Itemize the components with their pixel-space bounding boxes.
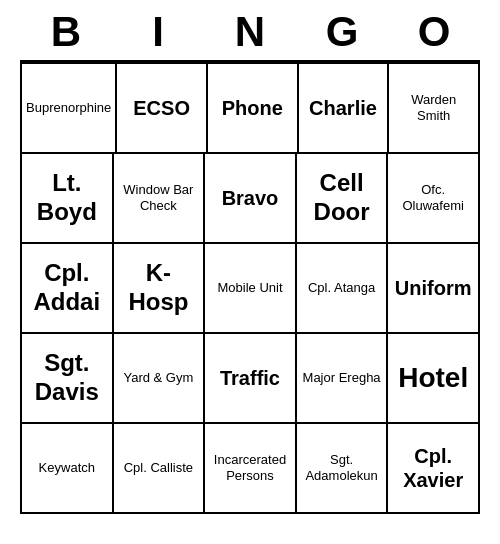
cell-r3c1: Cpl. Addai — [22, 244, 114, 332]
cell-r4c5: Hotel — [388, 334, 478, 422]
cell-r5c4: Sgt. Adamolekun — [297, 424, 389, 512]
letter-g: G — [302, 8, 382, 56]
cell-r4c4: Major Eregha — [297, 334, 389, 422]
bingo-row-3: Cpl. Addai K-Hosp Mobile Unit Cpl. Atang… — [22, 242, 478, 332]
cell-r3c3: Mobile Unit — [205, 244, 297, 332]
cell-r2c2: Window Bar Check — [114, 154, 206, 242]
letter-o: O — [394, 8, 474, 56]
cell-r5c2: Cpl. Calliste — [114, 424, 206, 512]
cell-r1c1: Buprenorphine — [22, 64, 117, 152]
bingo-row-5: Keywatch Cpl. Calliste Incarcerated Pers… — [22, 422, 478, 512]
cell-r4c1: Sgt. Davis — [22, 334, 114, 422]
letter-n: N — [210, 8, 290, 56]
letter-b: B — [26, 8, 106, 56]
bingo-title: B I N G O — [20, 0, 480, 60]
cell-r1c4: Charlie — [299, 64, 390, 152]
cell-r4c3: Traffic — [205, 334, 297, 422]
cell-r1c3: Phone — [208, 64, 299, 152]
cell-r2c4: Cell Door — [297, 154, 389, 242]
cell-r1c2: ECSO — [117, 64, 208, 152]
cell-r3c5: Uniform — [388, 244, 478, 332]
bingo-row-2: Lt. Boyd Window Bar Check Bravo Cell Doo… — [22, 152, 478, 242]
cell-r3c4: Cpl. Atanga — [297, 244, 389, 332]
cell-r2c5: Ofc. Oluwafemi — [388, 154, 478, 242]
cell-r3c2: K-Hosp — [114, 244, 206, 332]
bingo-grid: Buprenorphine ECSO Phone Charlie Warden … — [20, 60, 480, 514]
bingo-row-4: Sgt. Davis Yard & Gym Traffic Major Ereg… — [22, 332, 478, 422]
bingo-row-1: Buprenorphine ECSO Phone Charlie Warden … — [22, 62, 478, 152]
cell-r4c2: Yard & Gym — [114, 334, 206, 422]
cell-r5c3: Incarcerated Persons — [205, 424, 297, 512]
cell-r5c5: Cpl. Xavier — [388, 424, 478, 512]
letter-i: I — [118, 8, 198, 56]
cell-r5c1: Keywatch — [22, 424, 114, 512]
cell-r2c3: Bravo — [205, 154, 297, 242]
cell-r2c1: Lt. Boyd — [22, 154, 114, 242]
cell-r1c5: Warden Smith — [389, 64, 478, 152]
